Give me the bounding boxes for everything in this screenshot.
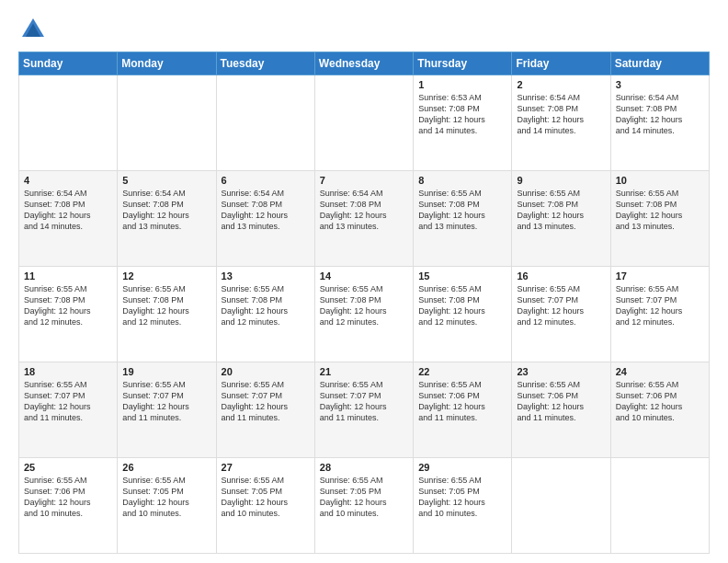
day-cell: 19Sunrise: 6:55 AM Sunset: 7:07 PM Dayli…	[118, 362, 216, 458]
day-info: Sunrise: 6:55 AM Sunset: 7:05 PM Dayligh…	[122, 475, 210, 520]
day-cell: 16Sunrise: 6:55 AM Sunset: 7:07 PM Dayli…	[512, 267, 610, 362]
day-info: Sunrise: 6:55 AM Sunset: 7:07 PM Dayligh…	[320, 379, 408, 424]
day-info: Sunrise: 6:55 AM Sunset: 7:08 PM Dayligh…	[320, 283, 408, 328]
day-number: 9	[517, 175, 605, 186]
day-cell	[610, 458, 709, 554]
day-cell: 26Sunrise: 6:55 AM Sunset: 7:05 PM Dayli…	[118, 458, 216, 554]
day-cell: 12Sunrise: 6:55 AM Sunset: 7:08 PM Dayli…	[118, 267, 216, 362]
day-cell: 15Sunrise: 6:55 AM Sunset: 7:08 PM Dayli…	[414, 267, 512, 362]
day-number: 12	[122, 270, 210, 282]
day-cell	[118, 75, 216, 171]
day-cell: 17Sunrise: 6:55 AM Sunset: 7:07 PM Dayli…	[610, 267, 709, 362]
day-info: Sunrise: 6:55 AM Sunset: 7:07 PM Dayligh…	[122, 379, 210, 424]
day-info: Sunrise: 6:55 AM Sunset: 7:08 PM Dayligh…	[24, 283, 112, 328]
day-info: Sunrise: 6:55 AM Sunset: 7:08 PM Dayligh…	[616, 188, 704, 233]
day-cell: 28Sunrise: 6:55 AM Sunset: 7:05 PM Dayli…	[314, 458, 413, 554]
day-cell: 6Sunrise: 6:54 AM Sunset: 7:08 PM Daylig…	[216, 171, 314, 267]
day-number: 14	[320, 270, 408, 282]
day-number: 25	[24, 462, 112, 473]
header-day-sunday: Sunday	[19, 52, 118, 75]
day-number: 2	[517, 79, 605, 90]
day-number: 1	[418, 79, 506, 90]
day-number: 7	[320, 175, 408, 186]
day-info: Sunrise: 6:54 AM Sunset: 7:08 PM Dayligh…	[320, 188, 408, 233]
day-cell	[314, 75, 413, 171]
day-number: 20	[222, 366, 310, 377]
day-info: Sunrise: 6:55 AM Sunset: 7:08 PM Dayligh…	[517, 188, 605, 233]
day-cell: 4Sunrise: 6:54 AM Sunset: 7:08 PM Daylig…	[19, 171, 118, 267]
calendar-body: 1Sunrise: 6:53 AM Sunset: 7:08 PM Daylig…	[19, 75, 710, 554]
day-number: 11	[24, 270, 112, 282]
day-cell: 10Sunrise: 6:55 AM Sunset: 7:08 PM Dayli…	[610, 171, 709, 267]
day-info: Sunrise: 6:55 AM Sunset: 7:06 PM Dayligh…	[517, 379, 605, 424]
header-day-wednesday: Wednesday	[314, 52, 413, 75]
day-cell	[512, 458, 610, 554]
day-number: 23	[517, 366, 605, 377]
day-info: Sunrise: 6:55 AM Sunset: 7:08 PM Dayligh…	[418, 283, 506, 328]
day-number: 28	[320, 462, 408, 473]
day-number: 27	[222, 462, 310, 473]
day-cell: 14Sunrise: 6:55 AM Sunset: 7:08 PM Dayli…	[314, 267, 413, 362]
day-number: 4	[24, 175, 112, 186]
day-number: 13	[222, 270, 310, 282]
day-info: Sunrise: 6:55 AM Sunset: 7:07 PM Dayligh…	[24, 379, 112, 424]
week-row-3: 18Sunrise: 6:55 AM Sunset: 7:07 PM Dayli…	[19, 362, 710, 458]
day-info: Sunrise: 6:55 AM Sunset: 7:07 PM Dayligh…	[616, 283, 704, 328]
day-info: Sunrise: 6:55 AM Sunset: 7:08 PM Dayligh…	[418, 188, 506, 233]
day-cell: 7Sunrise: 6:54 AM Sunset: 7:08 PM Daylig…	[314, 171, 413, 267]
day-info: Sunrise: 6:54 AM Sunset: 7:08 PM Dayligh…	[222, 188, 310, 233]
day-info: Sunrise: 6:55 AM Sunset: 7:07 PM Dayligh…	[222, 379, 310, 424]
day-cell	[19, 75, 118, 171]
day-cell: 23Sunrise: 6:55 AM Sunset: 7:06 PM Dayli…	[512, 362, 610, 458]
day-number: 8	[418, 175, 506, 186]
day-cell	[216, 75, 314, 171]
page: SundayMondayTuesdayWednesdayThursdayFrid…	[0, 0, 728, 563]
week-row-4: 25Sunrise: 6:55 AM Sunset: 7:06 PM Dayli…	[19, 458, 710, 554]
header-day-saturday: Saturday	[610, 52, 709, 75]
week-row-2: 11Sunrise: 6:55 AM Sunset: 7:08 PM Dayli…	[19, 267, 710, 362]
week-row-1: 4Sunrise: 6:54 AM Sunset: 7:08 PM Daylig…	[19, 171, 710, 267]
day-info: Sunrise: 6:55 AM Sunset: 7:07 PM Dayligh…	[517, 283, 605, 328]
day-info: Sunrise: 6:53 AM Sunset: 7:08 PM Dayligh…	[418, 92, 506, 137]
day-number: 15	[418, 270, 506, 282]
header-day-monday: Monday	[118, 52, 216, 75]
day-number: 26	[122, 462, 210, 473]
day-cell: 13Sunrise: 6:55 AM Sunset: 7:08 PM Dayli…	[216, 267, 314, 362]
day-cell: 24Sunrise: 6:55 AM Sunset: 7:06 PM Dayli…	[610, 362, 709, 458]
header-day-friday: Friday	[512, 52, 610, 75]
day-number: 10	[616, 175, 704, 186]
day-info: Sunrise: 6:55 AM Sunset: 7:08 PM Dayligh…	[222, 283, 310, 328]
day-cell: 18Sunrise: 6:55 AM Sunset: 7:07 PM Dayli…	[19, 362, 118, 458]
day-number: 18	[24, 366, 112, 377]
day-info: Sunrise: 6:55 AM Sunset: 7:08 PM Dayligh…	[122, 283, 210, 328]
day-number: 17	[616, 270, 704, 282]
day-cell: 22Sunrise: 6:55 AM Sunset: 7:06 PM Dayli…	[414, 362, 512, 458]
day-info: Sunrise: 6:54 AM Sunset: 7:08 PM Dayligh…	[24, 188, 112, 233]
day-cell: 3Sunrise: 6:54 AM Sunset: 7:08 PM Daylig…	[610, 75, 709, 171]
header-row: SundayMondayTuesdayWednesdayThursdayFrid…	[19, 52, 710, 75]
day-number: 3	[616, 79, 704, 90]
day-number: 6	[222, 175, 310, 186]
logo-icon	[18, 15, 48, 44]
day-number: 19	[122, 366, 210, 377]
day-info: Sunrise: 6:55 AM Sunset: 7:06 PM Dayligh…	[616, 379, 704, 424]
day-number: 22	[418, 366, 506, 377]
day-info: Sunrise: 6:55 AM Sunset: 7:05 PM Dayligh…	[222, 475, 310, 520]
day-cell: 29Sunrise: 6:55 AM Sunset: 7:05 PM Dayli…	[414, 458, 512, 554]
calendar-header: SundayMondayTuesdayWednesdayThursdayFrid…	[19, 52, 710, 75]
week-row-0: 1Sunrise: 6:53 AM Sunset: 7:08 PM Daylig…	[19, 75, 710, 171]
day-number: 29	[418, 462, 506, 473]
day-info: Sunrise: 6:55 AM Sunset: 7:05 PM Dayligh…	[418, 475, 506, 520]
header-day-thursday: Thursday	[414, 52, 512, 75]
header	[18, 15, 710, 44]
day-number: 21	[320, 366, 408, 377]
day-number: 5	[122, 175, 210, 186]
day-cell: 11Sunrise: 6:55 AM Sunset: 7:08 PM Dayli…	[19, 267, 118, 362]
day-number: 24	[616, 366, 704, 377]
header-day-tuesday: Tuesday	[216, 52, 314, 75]
logo	[18, 15, 51, 44]
day-info: Sunrise: 6:55 AM Sunset: 7:06 PM Dayligh…	[24, 475, 112, 520]
day-cell: 21Sunrise: 6:55 AM Sunset: 7:07 PM Dayli…	[314, 362, 413, 458]
calendar: SundayMondayTuesdayWednesdayThursdayFrid…	[18, 52, 710, 554]
day-info: Sunrise: 6:54 AM Sunset: 7:08 PM Dayligh…	[517, 92, 605, 137]
